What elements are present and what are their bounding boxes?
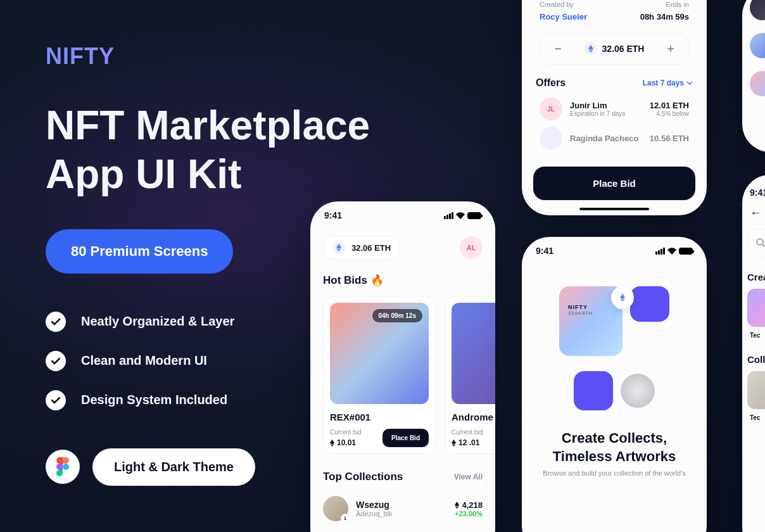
collections-heading: Colle — [742, 339, 765, 371]
creators-heading: Crea — [742, 256, 765, 289]
offer-name: Junir Lim — [570, 101, 642, 110]
art-brand: NIFTY — [568, 304, 592, 310]
status-icons — [655, 248, 693, 255]
art-tile — [574, 371, 613, 410]
offer-value: 10.56 ETH — [650, 134, 689, 143]
mockup-detail: Andromedax Created by Ends in Rocy Suele… — [522, 0, 707, 215]
offer-avatar: JL — [540, 98, 562, 120]
art-tile — [630, 286, 669, 322]
offer-value: 12.01 ETH — [650, 101, 689, 110]
figma-icon — [46, 450, 80, 484]
collection-rank: 1 — [341, 514, 350, 522]
feature-text: Neatly Organized & Layer — [81, 314, 234, 329]
place-bid-button[interactable]: Place Bid — [533, 167, 695, 200]
bid-value: 10.01 — [330, 438, 361, 447]
offers-filter-dropdown[interactable]: Last 7 days — [643, 79, 700, 87]
onboarding-subtitle: Browse and build your collection of the … — [522, 469, 707, 477]
nft-name: Androme — [452, 412, 495, 422]
headline-line-1: NFT Marketplace — [46, 103, 370, 148]
search-icon — [756, 238, 765, 248]
eth-balance-chip[interactable]: 32.06 ETH — [323, 236, 400, 260]
offer-percent: 4,5% below — [650, 110, 689, 117]
back-button[interactable]: ← — [742, 198, 765, 229]
collection-tile[interactable] — [747, 371, 765, 409]
svg-line-2 — [762, 244, 765, 247]
place-bid-button[interactable]: Place Bid — [382, 429, 429, 447]
home-label: Home — [750, 127, 765, 133]
collection-creator: Adezuq_blk — [356, 510, 447, 517]
status-time: 9:41 — [536, 246, 553, 256]
signal-icon — [444, 212, 453, 219]
check-icon — [46, 312, 66, 332]
mockup-onboarding: 9:41 NIFTY 23.04 ETH Create Col — [522, 237, 707, 532]
onboarding-title: Create Collects, Timeless Artworks — [522, 423, 707, 469]
list-avatar — [750, 33, 765, 58]
status-icons — [444, 212, 481, 219]
chevron-down-icon — [686, 81, 693, 85]
logo: NIFTY — [46, 43, 388, 70]
tile-label: Tec — [742, 327, 765, 339]
created-by-label: Created by — [540, 1, 574, 8]
battery-icon — [467, 212, 481, 219]
list-avatar — [750, 0, 765, 20]
art-tile — [621, 374, 655, 408]
offer-row[interactable]: Raginda Pacheco 10.56 ETH — [540, 127, 689, 149]
check-icon — [46, 351, 66, 371]
nft-name: REX#001 — [330, 412, 429, 422]
creator-tile[interactable] — [747, 289, 765, 327]
wifi-icon — [667, 248, 676, 255]
collection-row[interactable]: 1 Wsezug Adezuq_blk 4,218 +23,00% — [310, 492, 495, 525]
search-input[interactable] — [747, 229, 765, 256]
timer-value: 08h 34m 59s — [640, 12, 689, 22]
mockup-partial-bottom: 9:41 ← Crea Tec Colle Tec — [742, 175, 765, 532]
mockup-home: 9:41 32.06 ETH AL Hot Bids 🔥 04h 09m 12s… — [310, 201, 495, 532]
creator-link[interactable]: Rocy Sueler — [540, 12, 587, 22]
bid-value: 12 .01 — [452, 438, 483, 447]
feature-text: Clean and Modern UI — [81, 353, 207, 368]
offer-expiration: Expiration in 7 days — [570, 110, 642, 117]
eth-icon — [330, 440, 334, 446]
svg-point-1 — [757, 239, 763, 245]
hot-bids-title: Hot Bids 🔥 — [310, 270, 495, 296]
cta-screens-pill[interactable]: 80 Premium Screens — [46, 229, 233, 274]
offer-avatar — [540, 127, 562, 149]
eth-icon — [332, 241, 345, 254]
offer-name: Raginda Pacheco — [570, 134, 642, 143]
svg-point-0 — [63, 464, 69, 470]
view-all-link[interactable]: View All — [454, 472, 483, 481]
eth-icon — [452, 440, 456, 446]
nft-card[interactable]: Androme Current bid 12 .01 — [445, 296, 495, 454]
art-price: 23.04 ETH — [568, 310, 592, 316]
status-time: 9:41 — [324, 210, 342, 220]
wifi-icon — [456, 212, 465, 219]
price-stepper: − 32.06 ETH + — [540, 33, 689, 65]
bid-label: Current bid — [330, 429, 361, 436]
timer-badge: 04h 09m 12s — [372, 309, 423, 322]
eth-icon — [585, 42, 597, 55]
collection-avatar: 1 — [323, 496, 348, 521]
nft-image: 04h 09m 12s — [330, 303, 429, 404]
home-indicator — [579, 208, 649, 210]
stepper-value: 32.06 ETH — [602, 44, 645, 54]
bid-label: Current bid — [452, 429, 483, 436]
headline-line-2: App UI Kit — [46, 151, 241, 197]
offers-title: Offers — [528, 77, 566, 89]
eth-balance-value: 32.06 ETH — [351, 243, 391, 253]
eth-icon — [611, 286, 634, 309]
user-avatar[interactable]: AL — [460, 236, 483, 259]
collection-name: Wsezug — [356, 500, 447, 510]
stepper-minus-button[interactable]: − — [550, 41, 566, 56]
art-tile: NIFTY 23.04 ETH — [559, 286, 623, 356]
nft-image — [452, 303, 495, 404]
status-time: 9:41 — [742, 175, 765, 198]
tile-label: Tec — [742, 409, 765, 421]
top-collections-title: Top Collections — [323, 471, 403, 483]
offer-row[interactable]: JL Junir Lim Expiration in 7 days 12.01 … — [540, 98, 689, 120]
collection-change: +23,00% — [455, 510, 483, 517]
theme-pill: Light & Dark Theme — [92, 448, 255, 486]
battery-icon — [679, 248, 693, 255]
stepper-plus-button[interactable]: + — [663, 41, 678, 56]
nft-card[interactable]: 04h 09m 12s REX#001 Current bid 10.01 Pl… — [323, 296, 436, 454]
collection-value: 4,218 — [455, 500, 483, 510]
list-avatar — [750, 71, 765, 96]
